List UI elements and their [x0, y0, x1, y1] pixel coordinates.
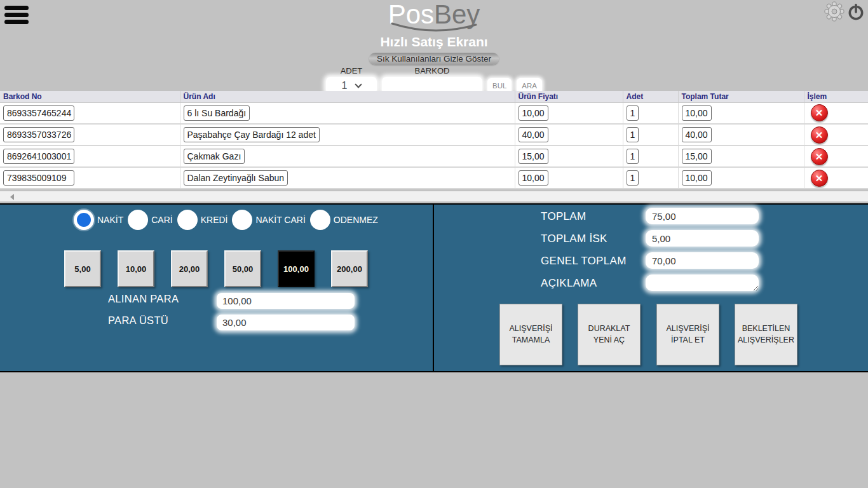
radio-kredi[interactable]: KREDİ: [177, 210, 228, 230]
para-ustu-label: PARA ÜSTÜ: [108, 315, 168, 327]
barcode-cell-input[interactable]: 8693357033726: [3, 127, 74, 142]
product-name-cell-input[interactable]: Dalan Zeytinyağlı Sabun: [184, 170, 288, 186]
scrollbar-left-arrow-icon[interactable]: [10, 194, 14, 200]
col-header-islem: İşlem: [804, 91, 868, 102]
payment-method-radios: NAKİT CARİ KREDİ NAKİT CARİ ODENMEZ: [74, 210, 383, 230]
favorites-toggle-button[interactable]: Sık Kullanılanları Gizle Göster: [369, 53, 499, 65]
product-name-cell-input[interactable]: Çakmak Gazı: [184, 149, 245, 164]
alinan-para-label: ALINAN PARA: [108, 293, 179, 305]
horizontal-scrollbar[interactable]: [0, 191, 868, 201]
qty-cell-input[interactable]: 1: [627, 149, 639, 164]
price-cell-input[interactable]: 10,00: [519, 105, 548, 121]
alinan-para-input[interactable]: [217, 293, 355, 309]
qty-cell-input[interactable]: 1: [627, 170, 639, 186]
radio-nakit[interactable]: NAKİT: [74, 210, 123, 230]
qty-cell-input[interactable]: 1: [627, 127, 639, 142]
scan-controls: ADET 1 BARKOD BUL ARA: [326, 66, 542, 94]
radio-label: KREDİ: [201, 215, 228, 225]
toplam-isk-label: TOPLAM İSK: [541, 233, 607, 245]
radio-cari[interactable]: CARİ: [128, 210, 172, 230]
table-row: 739835009109 Dalan Zeytinyağlı Sabun 10,…: [0, 167, 868, 189]
delete-row-button[interactable]: ✕: [811, 104, 828, 121]
radio-circle[interactable]: [310, 210, 330, 230]
barkod-label: BARKOD: [415, 66, 450, 76]
barcode-cell-input[interactable]: 739835009109: [3, 170, 74, 186]
payment-left-panel: NAKİT CARİ KREDİ NAKİT CARİ ODENMEZ: [0, 205, 434, 371]
qty-cell-input[interactable]: 1: [627, 105, 639, 121]
quantity-select-value: 1: [342, 80, 348, 92]
delete-row-button[interactable]: ✕: [811, 170, 828, 187]
items-table: Barkod No Ürün Adı Ürün Fiyatı Adet Topl…: [0, 91, 868, 189]
radio-nakit-cari[interactable]: NAKİT CARİ: [232, 210, 305, 230]
col-header-adet: Adet: [623, 91, 678, 102]
radio-circle[interactable]: [177, 210, 198, 230]
total-cell-input[interactable]: 10,00: [682, 170, 712, 186]
denomination-10[interactable]: 10,00: [118, 250, 154, 287]
table-header-row: Barkod No Ürün Adı Ürün Fiyatı Adet Topl…: [0, 91, 868, 102]
total-cell-input[interactable]: 10,00: [682, 105, 712, 121]
product-name-cell-input[interactable]: Paşabahçe Çay Bardağı 12 adet: [184, 127, 320, 142]
para-ustu-input[interactable]: [217, 315, 355, 330]
col-header-toplam-tutar: Toplam Tutar: [678, 91, 804, 102]
radio-label: CARİ: [151, 215, 172, 225]
pos-screen: PosBey Hızlı Satış Ekranı Sık Kullanılan…: [0, 0, 868, 488]
denomination-50[interactable]: 50,00: [224, 250, 261, 287]
col-header-urun-fiyati: Ürün Fiyatı: [515, 91, 623, 102]
total-cell-input[interactable]: 40,00: [682, 127, 712, 142]
radio-label: ODENMEZ: [334, 215, 378, 225]
genel-toplam-input[interactable]: [646, 252, 759, 269]
product-name-cell-input[interactable]: 6 lı Su Bardağı: [184, 105, 250, 121]
delete-x-icon: ✕: [815, 152, 824, 161]
logo-swoosh: [390, 22, 478, 34]
denomination-100[interactable]: 100,00: [278, 250, 315, 287]
delete-row-button[interactable]: ✕: [811, 126, 828, 144]
price-cell-input[interactable]: 40,00: [519, 127, 548, 142]
radio-circle-selected[interactable]: [74, 210, 94, 230]
totals-right-panel: TOPLAM TOPLAM İSK GENEL TOPLAM AÇIKLAMA …: [434, 205, 868, 371]
pause-new-sale-button[interactable]: DURAKLAT YENİ AÇ: [578, 304, 641, 365]
toplam-label: TOPLAM: [541, 210, 586, 223]
aciklama-label: AÇIKLAMA: [541, 277, 597, 290]
total-cell-input[interactable]: 15,00: [682, 149, 712, 164]
denomination-20[interactable]: 20,00: [171, 250, 208, 287]
delete-row-button[interactable]: ✕: [811, 148, 828, 165]
held-sales-button[interactable]: BEKLETİLEN ALIŞVERİŞLER: [735, 304, 797, 365]
table-row: 8693357465244 6 lı Su Bardağı 10,00 1 10…: [0, 102, 868, 124]
barcode-cell-input[interactable]: 8693357465244: [3, 105, 74, 121]
delete-x-icon: ✕: [815, 130, 824, 140]
table-row: 8693357033726 Paşabahçe Çay Bardağı 12 a…: [0, 124, 868, 146]
col-header-barkod: Barkod No: [0, 91, 180, 102]
col-header-urun-adi: Ürün Adı: [180, 91, 515, 102]
toplam-input[interactable]: [646, 208, 759, 224]
radio-circle[interactable]: [128, 210, 148, 230]
chevron-down-icon: [355, 81, 362, 88]
price-cell-input[interactable]: 10,00: [519, 170, 548, 186]
cancel-sale-button[interactable]: ALIŞVERİŞİ İPTAL ET: [656, 304, 719, 365]
page-title: Hızlı Satış Ekranı: [380, 34, 487, 50]
radio-label: NAKİT CARİ: [255, 215, 305, 225]
delete-x-icon: ✕: [815, 108, 824, 118]
aciklama-textarea[interactable]: [646, 274, 759, 291]
denomination-200[interactable]: 200,00: [331, 250, 368, 287]
genel-toplam-label: GENEL TOPLAM: [541, 255, 627, 268]
payment-panel: NAKİT CARİ KREDİ NAKİT CARİ ODENMEZ: [0, 203, 868, 372]
complete-sale-button[interactable]: ALIŞVERİŞİ TAMAMLA: [499, 304, 562, 365]
radio-odenmez[interactable]: ODENMEZ: [310, 210, 378, 230]
radio-circle[interactable]: [232, 210, 252, 230]
adet-label: ADET: [341, 66, 363, 76]
toplam-isk-input[interactable]: [646, 230, 759, 247]
table-row: 8692641003001 Çakmak Gazı 15,00 1 15,00 …: [0, 146, 868, 167]
price-cell-input[interactable]: 15,00: [519, 149, 548, 164]
denomination-5[interactable]: 5,00: [64, 250, 101, 287]
delete-x-icon: ✕: [815, 173, 824, 183]
denomination-buttons: 5,00 10,00 20,00 50,00 100,00 200,00: [64, 250, 384, 287]
header: PosBey Hızlı Satış Ekranı Sık Kullanılan…: [0, 0, 868, 94]
barcode-cell-input[interactable]: 8692641003001: [3, 149, 74, 164]
radio-label: NAKİT: [97, 215, 123, 225]
